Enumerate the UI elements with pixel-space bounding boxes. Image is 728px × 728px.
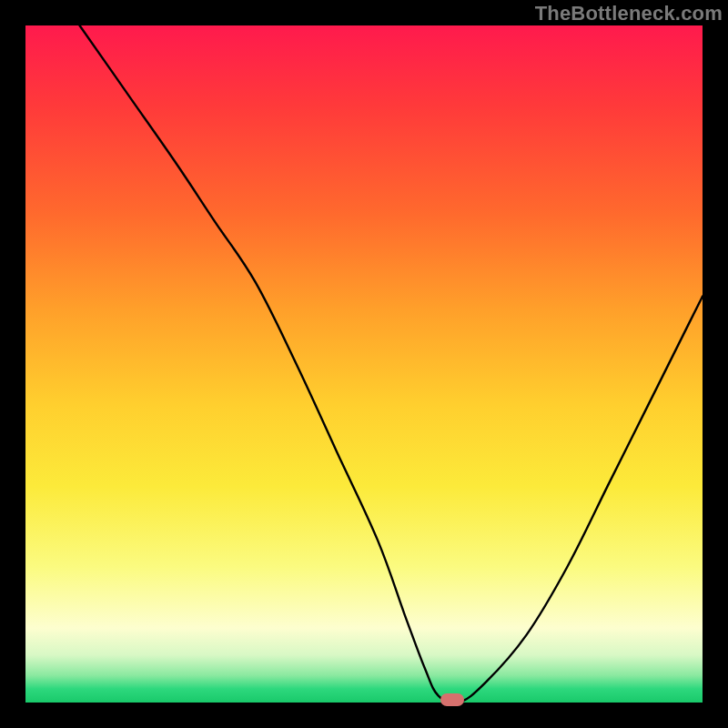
optimal-point-marker bbox=[440, 693, 464, 706]
watermark-text: TheBottleneck.com bbox=[535, 2, 723, 25]
bottleneck-curve bbox=[25, 25, 703, 703]
chart-frame: TheBottleneck.com bbox=[0, 0, 728, 728]
